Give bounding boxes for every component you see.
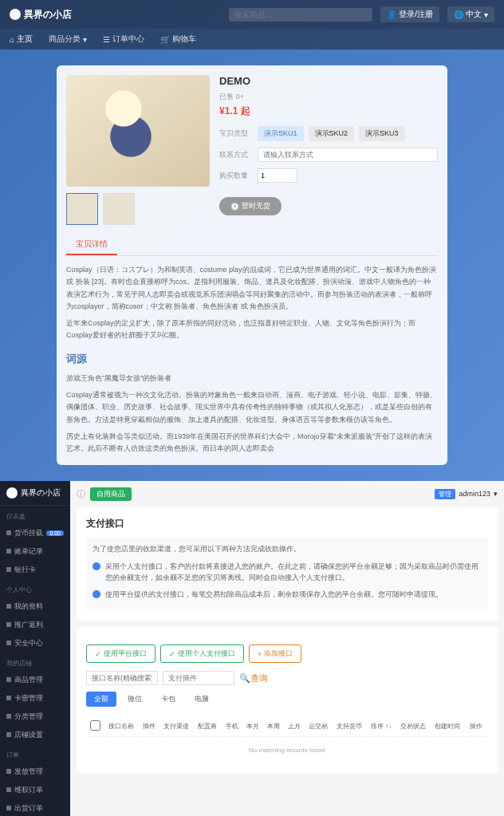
thumbnail-2[interactable] — [103, 193, 135, 225]
user-icon: 👤 — [387, 10, 396, 19]
side-bankcard[interactable]: 银行卡 — [0, 561, 70, 579]
product-card: DEMO 已售 0+ ¥1.1 起 宝贝类型 演示SKU1 演示SKU2 演示S… — [57, 65, 447, 465]
nav-cart[interactable]: 🛒购物车 — [160, 34, 196, 45]
sku-option-1[interactable]: 演示SKU1 — [258, 126, 304, 141]
buy-button[interactable]: 🕐 暂时无货 — [219, 197, 282, 215]
globe-icon: 🌐 — [454, 10, 463, 19]
side-ship[interactable]: 出货订单 — [0, 799, 70, 816]
language-button[interactable]: 🌐 中文 ▾ — [447, 6, 494, 22]
payment-table: 接口名称插件支付渠道配置商手机本月本周上月总交易支持货币排序 ↑↓交易状态创建时… — [86, 715, 488, 763]
side-cards[interactable]: 卡密管理 — [0, 689, 70, 708]
product-image — [66, 75, 210, 187]
etymology-heading: 词源 — [66, 350, 438, 368]
search-input[interactable] — [229, 8, 372, 22]
tab-details[interactable]: 宝贝详情 — [66, 235, 117, 255]
side-group-personal: 个人中心 — [0, 582, 70, 597]
login-button[interactable]: 👤 登录/注册 — [380, 6, 439, 22]
side-products[interactable]: 商品管理 — [0, 671, 70, 689]
sold-count: 已售 0+ — [219, 92, 438, 102]
self-use-badge: 自用商品 — [90, 487, 132, 501]
chevron-down-icon: ▾ — [83, 35, 87, 44]
clock-icon: 🕐 — [230, 203, 239, 211]
name-filter[interactable] — [86, 671, 158, 685]
alert-2: 使用平台提供的支付接口，每笔交易扣除商品成本后，剩余款项保存入您的平台余额。您可… — [105, 589, 443, 600]
product-price: ¥1.1 起 — [219, 104, 438, 118]
side-currency[interactable]: 货币挂载0.00 — [0, 524, 70, 542]
admin-sidebar: 異界の小店 仪表盘 货币挂载0.00 账单记录 银行卡 个人中心 我的资料 推广… — [0, 481, 70, 816]
type-label: 宝贝类型 — [219, 128, 253, 139]
logo-icon — [10, 9, 21, 20]
ftab-pc[interactable]: 电脑 — [187, 692, 217, 707]
desc-p2: 近年来Cosplay的定义扩大，除了原本所指的同好活动，也泛指喜好特定职业、人物… — [66, 317, 438, 342]
side-group-dashboard: 仪表盘 — [0, 509, 70, 524]
info-icon — [93, 590, 100, 598]
info-icon — [93, 562, 100, 570]
select-all[interactable] — [90, 720, 100, 731]
qty-label: 购买数量 — [219, 171, 253, 181]
thumbnail-1[interactable] — [66, 193, 98, 225]
desc-p1: Cosplay（日语：コスプレ）为和制英语、costume play的混成词，它… — [66, 264, 438, 313]
info-icon[interactable]: ⓘ — [77, 488, 85, 500]
list-icon: ☰ — [103, 35, 110, 44]
home-icon: ⌂ — [10, 35, 14, 44]
side-dispute[interactable]: 维权订单 — [0, 781, 70, 799]
side-shopset[interactable]: 店铺设置 — [0, 726, 70, 744]
desc-p4: Cosplay通常被视为一种次文化活动。扮装的对象角色一般来自动画、漫画、电子游… — [66, 389, 438, 426]
ftab-card[interactable]: 卡包 — [153, 692, 183, 707]
side-security[interactable]: 安全中心 — [0, 634, 70, 652]
add-interface-btn[interactable]: +添加接口 — [249, 645, 301, 663]
plugin-filter[interactable] — [163, 671, 234, 685]
search-container — [229, 8, 372, 22]
personal-interface-btn[interactable]: ✓使用个人支付接口 — [160, 645, 244, 663]
contact-input[interactable] — [258, 148, 438, 162]
side-promo[interactable]: 推广返利 — [0, 616, 70, 634]
plus-icon: + — [258, 650, 262, 658]
side-category[interactable]: 分类管理 — [0, 708, 70, 726]
chevron-down-icon: ▾ — [494, 490, 498, 498]
contact-label: 联系方式 — [219, 150, 253, 160]
check-icon: ✓ — [95, 650, 101, 658]
sidebar-logo: 異界の小店 — [0, 481, 70, 506]
alert-intro: 为了使您店里的收款渠道，您可采用以下两种方法完成收款操作。 — [93, 543, 482, 554]
search-btn[interactable]: 🔍查询 — [239, 672, 268, 684]
check-icon: ✓ — [169, 650, 175, 658]
desc-p3: 游戏王角色"黑魔导女孩"的扮装者 — [66, 373, 438, 384]
platform-interface-btn[interactable]: ✓使用平台接口 — [86, 645, 156, 663]
side-issue[interactable]: 发放管理 — [0, 763, 70, 781]
nav-home[interactable]: ⌂主页 — [10, 34, 33, 45]
alert-1: 采用个人支付接口，客户的付款将直接进入您的账户。在此之前，请确保您的平台余额足够… — [105, 561, 482, 584]
logo-text: 異界の小店 — [24, 8, 72, 22]
sku-option-2[interactable]: 演示SKU2 — [309, 126, 355, 141]
cart-icon: 🛒 — [160, 35, 170, 44]
payment-title: 支付接口 — [86, 517, 488, 530]
store-logo: 異界の小店 — [10, 8, 72, 22]
nav-orders[interactable]: ☰订单中心 — [103, 34, 144, 45]
side-profile[interactable]: 我的资料 — [0, 597, 70, 616]
ftab-wechat[interactable]: 微信 — [120, 692, 150, 707]
empty-message: No matching records found — [88, 739, 486, 762]
side-group-orders: 订单 — [0, 747, 70, 763]
side-group-shop: 我的店铺 — [0, 656, 70, 671]
desc-p5: 历史上有化装舞会等类似活动。而1939年在美国召开的世界科幻大会中，Morojo… — [66, 431, 438, 455]
ftab-all[interactable]: 全部 — [86, 692, 116, 707]
chevron-down-icon: ▾ — [484, 10, 488, 19]
user-badge[interactable]: 管理 admin123 ▾ — [435, 489, 498, 499]
main-nav: ⌂主页 商品分类▾ ☰订单中心 🛒购物车 — [0, 29, 504, 49]
quantity-input[interactable] — [258, 168, 297, 183]
product-title: DEMO — [219, 75, 438, 87]
side-bills[interactable]: 账单记录 — [0, 542, 70, 561]
sku-option-3[interactable]: 演示SKU3 — [359, 126, 405, 141]
nav-categories[interactable]: 商品分类▾ — [49, 34, 87, 45]
